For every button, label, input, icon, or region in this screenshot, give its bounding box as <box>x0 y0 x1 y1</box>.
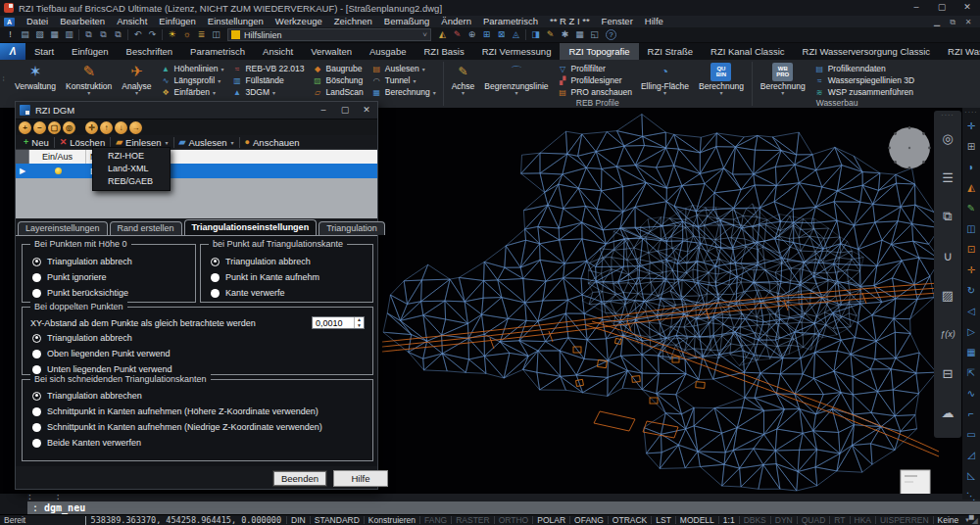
radio-icon[interactable] <box>32 439 41 448</box>
radio-icon[interactable] <box>32 289 41 298</box>
ribbon-item-einfärben[interactable]: ❖Einfärben▾ <box>161 86 224 98</box>
rotate-icon[interactable]: ↻ <box>962 280 980 301</box>
table-icon[interactable]: ▦ <box>572 28 587 41</box>
menu-einstellungen[interactable]: Einstellungen <box>202 16 270 27</box>
layers-icon[interactable]: ⧉ <box>934 197 961 236</box>
array-icon[interactable]: ▦ <box>962 342 980 362</box>
berechnung-qu-bin-button[interactable]: QU BIN Berechnung ▾ <box>694 61 749 98</box>
attachments-icon[interactable]: ∪ <box>934 236 961 275</box>
move-icon[interactable]: ✛ <box>962 116 980 136</box>
blocks-icon[interactable]: ◬ <box>509 28 523 41</box>
radio-icon[interactable] <box>211 289 220 298</box>
menu-item-land-xml[interactable]: Land-XML <box>93 163 170 175</box>
radio-option[interactable]: Punkt in Kante aufnehm <box>201 269 372 285</box>
menu-ändern[interactable]: Ändern <box>435 16 477 27</box>
ribbon-item-auslesen[interactable]: ▤Auslesen▾ <box>371 63 436 74</box>
hatch-icon[interactable]: ▨ <box>934 275 961 314</box>
ribbon-item-pro-anschauen[interactable]: ▤PRO anschauen <box>558 86 632 98</box>
status-toggle-dbks[interactable]: DBKS <box>740 515 770 525</box>
plot-icon[interactable]: ⧉ <box>81 28 96 41</box>
move2-icon[interactable]: ✛ <box>962 260 980 280</box>
zoom-in-icon[interactable]: + <box>19 121 31 134</box>
print-preview-icon[interactable]: ⧉ <box>96 28 111 41</box>
dialog-minimize-button[interactable]: – <box>313 102 334 119</box>
layer-combo[interactable]: Hilfslinien ˅ <box>227 28 431 41</box>
loeschen-button[interactable]: ✕ Löschen <box>55 137 110 148</box>
ribbon-tab-rzi-wasserwirtschaft-pro[interactable]: RZI Wasserwirtschaft Pro <box>939 43 980 60</box>
ribbon-item-profildesigner[interactable]: ▞Profildesigner <box>558 74 632 86</box>
menu-item-reb-gaeb[interactable]: REB/GAEB <box>93 175 170 188</box>
layer-color-swatch[interactable] <box>231 30 240 39</box>
table-row[interactable]: ▶ D <box>16 164 377 178</box>
offset-icon[interactable]: ⇱ <box>962 362 980 383</box>
ribbon-tab-start[interactable]: Start <box>25 43 63 60</box>
dialog-maximize-button[interactable]: ▢ <box>334 102 356 119</box>
ribbon-item-tunnel[interactable]: ◠Tunnel▾ <box>371 74 436 86</box>
menu-bemaßung[interactable]: Bemaßung <box>378 16 435 27</box>
ribbon-item-profilfilter[interactable]: ▽Profilfilter <box>558 63 632 74</box>
radio-icon[interactable] <box>32 365 41 374</box>
chevron-down-icon[interactable]: ˅ <box>422 30 427 39</box>
bulb-on-icon[interactable] <box>55 167 62 174</box>
paint-icon[interactable]: ◭ <box>435 28 450 41</box>
spinner-arrows[interactable]: ▲▼ <box>354 317 364 328</box>
status-toggle-ortho[interactable]: ORTHO <box>495 515 533 525</box>
sun-icon[interactable]: ☼ <box>179 28 194 41</box>
minimize-button[interactable]: – <box>904 0 929 16</box>
eyedropper-icon[interactable]: ✎ <box>450 28 465 41</box>
status-toggle-din[interactable]: DIN <box>287 515 310 525</box>
status-toggle-modell[interactable]: MODELL <box>676 515 718 525</box>
lookfrom-widget[interactable] <box>888 126 931 169</box>
column-header-einaus[interactable]: Ein/Aus <box>29 150 86 164</box>
annotate-icon[interactable]: ✎ <box>543 28 558 41</box>
radio-option[interactable]: Punkt berücksichtige <box>23 285 195 301</box>
tab-triangulation[interactable]: Triangulation <box>318 221 385 235</box>
status-toggle-keine[interactable]: Keine <box>934 515 963 525</box>
polyline-icon[interactable]: ∿ <box>962 383 980 404</box>
lamp-icon[interactable]: ☀ <box>165 28 179 41</box>
status-toggle-polar[interactable]: POLAR <box>533 515 569 525</box>
menu-werkzeuge[interactable]: Werkzeuge <box>270 16 328 27</box>
radio-option[interactable]: Punkt ignoriere <box>23 269 195 285</box>
radio-option[interactable]: Beide Kanten verwerfen <box>23 435 372 451</box>
pan-icon[interactable]: ✛ <box>85 121 98 134</box>
hilfe-button[interactable]: Hilfe <box>333 470 388 487</box>
paste-icon[interactable]: ⊠ <box>494 28 509 41</box>
maximize-button[interactable]: ▢ <box>929 0 955 16</box>
command-input[interactable]: : dgm_neu <box>27 501 980 514</box>
radio-option[interactable]: Oben liegenden Punkt verwend <box>23 346 372 361</box>
dialog-close-button[interactable]: ✕ <box>356 102 377 119</box>
menu-zeichnen[interactable]: Zeichnen <box>328 16 378 27</box>
match-props-icon[interactable]: ⊕ <box>465 28 479 41</box>
bucket-icon[interactable]: ◭ <box>962 177 980 198</box>
pan-down-icon[interactable]: ↓ <box>115 121 127 134</box>
status-toggle-rt[interactable]: RT <box>830 515 849 525</box>
help-icon[interactable]: ? <box>606 29 616 40</box>
eyedropper-icon[interactable]: ✎ <box>962 198 980 218</box>
konstruktion-button[interactable]: ✎ Konstruktion ▾ <box>61 61 117 98</box>
zoom-window-icon[interactable]: ▢ <box>48 121 61 134</box>
einlesen-button[interactable]: ▰ Einlesen ▾ <box>111 137 172 148</box>
ribbon-item-wasserspiegellinien-3d[interactable]: ≈Wasserspiegellinien 3D <box>814 74 915 86</box>
macro-record-icon[interactable]: ! <box>3 28 18 41</box>
analyse-button[interactable]: ✈ Analyse ▾ <box>117 61 156 98</box>
cloud-icon[interactable]: ☁ <box>934 393 961 432</box>
zoom-out-icon[interactable]: − <box>33 121 46 134</box>
open-file-icon[interactable]: ▧ <box>32 28 47 41</box>
anschauen-button[interactable]: ● Anschauen <box>240 137 305 148</box>
zoom-extents-icon[interactable]: ◎ <box>63 121 75 134</box>
radio-option[interactable]: Triangulation abbrech <box>201 254 372 269</box>
radio-selected-icon[interactable] <box>32 334 41 343</box>
tab-layereinstellungen[interactable]: Layereinstellungen <box>18 221 108 235</box>
ribbon-tab-parametrisch[interactable]: Parametrisch <box>181 43 254 60</box>
xy-abstand-input[interactable]: 0,0010 ▲▼ <box>312 316 365 329</box>
printer-icon[interactable]: ◫ <box>209 28 223 41</box>
bricscad-logo-button[interactable]: Λ <box>0 43 25 60</box>
copy-icon[interactable]: ⊞ <box>479 28 494 41</box>
menu-bearbeiten[interactable]: Bearbeiten <box>54 16 111 27</box>
segment-icon[interactable]: ▭ <box>962 424 980 445</box>
neu-button[interactable]: + Neu <box>19 137 54 148</box>
ucs-icon[interactable]: ⊞ <box>962 136 980 157</box>
status-toggle-otrack[interactable]: OTRACK <box>609 515 651 525</box>
radio-icon[interactable] <box>32 273 41 282</box>
